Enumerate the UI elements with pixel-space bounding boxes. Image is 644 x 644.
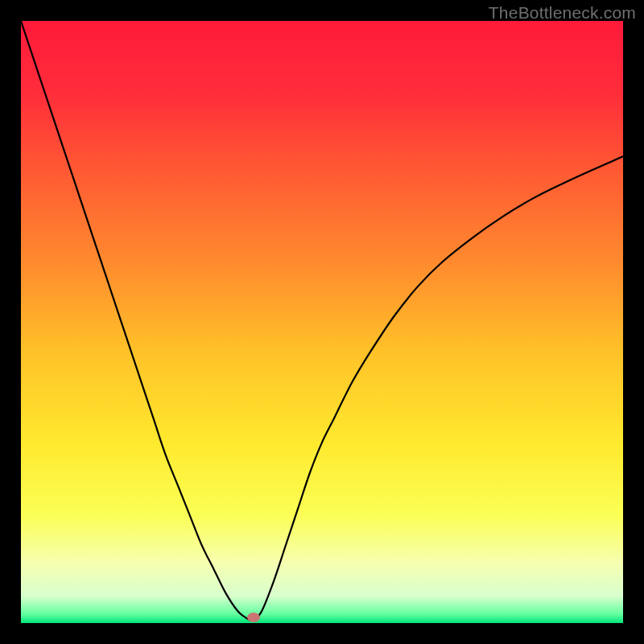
watermark-text: TheBottleneck.com [489, 3, 636, 23]
chart-frame [21, 21, 623, 623]
chart-svg [21, 21, 623, 623]
optimal-point-marker [247, 613, 260, 622]
gradient-background [21, 21, 623, 623]
